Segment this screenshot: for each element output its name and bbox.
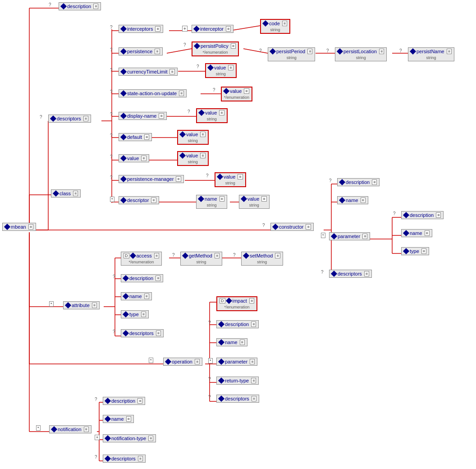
sm-question: ? (233, 253, 236, 257)
dc-question: ? (329, 178, 332, 183)
nc-label: name (346, 198, 358, 203)
value-val2-node: value ≡ string (177, 151, 209, 166)
vdef-badge: ≡ (200, 132, 205, 137)
dc-badge: ≡ (372, 179, 377, 185)
vdef-diamond (179, 131, 186, 138)
rt-badge: ≡ (251, 378, 256, 383)
desc-notif-node: description ≡ (103, 397, 145, 405)
constructor-node: constructor ≡ (270, 223, 314, 231)
dn2-diamond (105, 398, 111, 404)
tp-label: type (410, 248, 419, 254)
per-sub: string (270, 55, 312, 60)
dcon-diamond (331, 271, 337, 277)
interceptor-diamond (193, 26, 200, 32)
pm-diamond (120, 176, 127, 182)
op-diamond (165, 359, 171, 365)
dcon-question: ? (321, 270, 324, 275)
interceptors-label: interceptors (127, 26, 153, 32)
na-label: name (129, 294, 142, 299)
vdef-sub: string (180, 138, 206, 143)
dop-diamond (218, 395, 224, 402)
vc-question: ? (197, 64, 199, 69)
persistence-diamond (120, 48, 127, 55)
dnotif-diamond (105, 455, 111, 462)
currency-diamond (120, 69, 127, 75)
persist-name-node: persistName ≡ string (408, 47, 454, 61)
np-badge: ≡ (425, 230, 430, 236)
nn-diamond (105, 416, 111, 422)
descriptors-badge: ≡ (83, 116, 88, 121)
vv2-label: value (186, 153, 198, 158)
desc-param-node: description ≡ (401, 211, 444, 219)
descriptors-question: ? (40, 115, 42, 120)
ta-label: type (129, 312, 139, 317)
notification-node: notification ≡ (49, 425, 92, 433)
desc-attr-node: description ≡ (121, 274, 163, 282)
currency-node: currencyTimeLimit ≡ (119, 68, 178, 76)
access-d: D (124, 253, 129, 258)
dn2-label: description (111, 398, 135, 404)
access-badge: ≡ (154, 253, 159, 258)
name-op-node: name ≡ (216, 338, 247, 346)
pn-question: ? (399, 48, 402, 53)
desc-diamond (120, 197, 127, 203)
ta-diamond (123, 311, 129, 317)
vs-diamond (223, 88, 229, 94)
vc-badge: ≡ (228, 65, 233, 70)
nt-diamond (105, 435, 111, 441)
value-desc-node: value ≡ string (239, 195, 270, 209)
interceptor-label: interceptor (200, 26, 224, 32)
vs-sub: */enumeration (224, 95, 249, 100)
sm-badge: ≡ (275, 253, 280, 258)
name-constructor-node: name ≡ (337, 196, 368, 204)
setmethod-node: setMethod ≡ string (241, 252, 283, 266)
descriptors-node: descriptors ≡ (48, 115, 91, 123)
notif-star: * (36, 425, 41, 431)
vd-diamond (198, 110, 205, 116)
gm-sub: string (183, 260, 220, 264)
parameter-op-node: parameter ≡ (216, 358, 257, 366)
attr-badge: ≡ (92, 303, 97, 308)
access-sub: */enumeration (124, 260, 159, 264)
dattr-question: ? (113, 329, 115, 334)
access-node: D access ≡ */enumeration (121, 252, 162, 266)
no-badge: ≡ (240, 340, 245, 345)
op-label: operation (172, 359, 192, 364)
vd-sub: string (199, 117, 224, 121)
vs-label: value (230, 88, 242, 94)
pn-sub: string (411, 55, 452, 60)
vpm-sub: string (218, 181, 243, 185)
code-label: code (269, 21, 280, 26)
pp-question: ? (183, 42, 186, 47)
dp-question: ? (393, 211, 396, 216)
attr-label: attribute (72, 303, 90, 308)
gm-question: ? (172, 253, 175, 257)
desc-label: descriptor (127, 198, 149, 203)
vs-question: ? (213, 87, 215, 92)
sm-label: setMethod (250, 253, 273, 258)
nt-badge: ≡ (148, 436, 153, 441)
vd-badge: ≡ (219, 110, 224, 115)
return-type-node: return-type ≡ (216, 377, 259, 385)
op-badge: ≡ (195, 359, 200, 364)
po-star: * (208, 358, 213, 363)
vc-diamond (207, 64, 214, 71)
interceptors-badge: ≡ (155, 26, 160, 32)
dattr-label: descriptors (129, 331, 154, 336)
vpm-question: ? (206, 173, 209, 178)
notif-badge: ≡ (84, 427, 89, 432)
ta-badge: ≡ (141, 312, 146, 317)
vv2-badge: ≡ (200, 153, 205, 158)
vc-sub: string (208, 72, 233, 76)
sa-question: ? (110, 89, 113, 94)
currency-badge: ≡ (169, 69, 174, 74)
persistence-label: persistence (127, 49, 152, 54)
desc-top-diamond (60, 3, 67, 9)
do-diamond (218, 321, 224, 327)
vdesc-diamond (241, 196, 247, 202)
dn-label: display-name (127, 113, 156, 119)
dn2-question: ? (95, 397, 97, 402)
descriptor-star: * (110, 197, 114, 202)
class-badge: ≡ (73, 191, 78, 196)
vdef-label: value (186, 132, 198, 137)
